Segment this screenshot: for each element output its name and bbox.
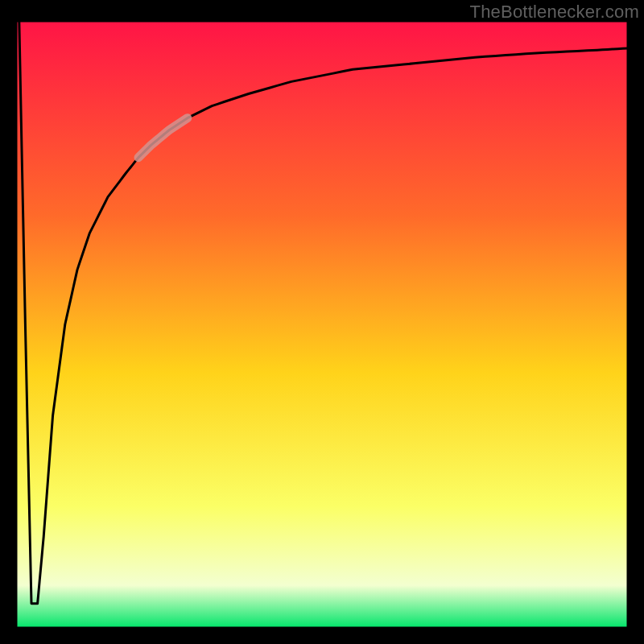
gradient-background — [16, 21, 628, 628]
attribution-label: TheBottleneсker.com — [470, 2, 639, 23]
chart-svg — [16, 21, 628, 628]
chart-container: TheBottleneсker.com — [0, 0, 644, 644]
plot-area — [16, 21, 628, 628]
